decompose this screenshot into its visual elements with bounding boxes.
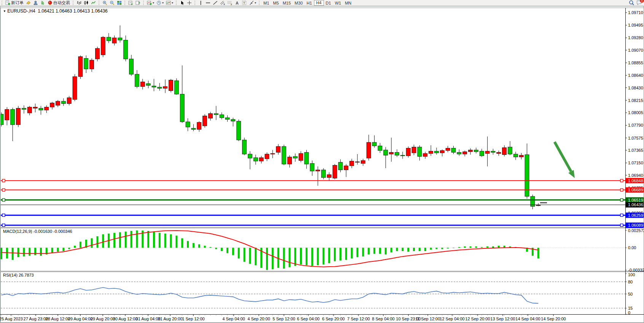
macd-bar xyxy=(306,248,308,265)
macd-bar xyxy=(12,248,14,260)
macd-bar xyxy=(23,248,25,256)
candle xyxy=(197,123,201,130)
zoom-in-button[interactable] xyxy=(101,0,108,6)
toolbar-group-trade: 新订单自动交易 xyxy=(4,0,71,6)
candle xyxy=(310,164,314,171)
timeframe-h4-button[interactable]: H4 xyxy=(314,0,324,6)
macd-bar xyxy=(340,248,341,261)
timeframe-m30-button[interactable]: M30 xyxy=(293,0,304,6)
bar-chart-button[interactable] xyxy=(75,0,83,6)
time-label: 5 Sep 12:00 xyxy=(273,317,295,321)
price-tick-label: 1.07365 xyxy=(628,148,643,153)
symbol-dropdown-icon[interactable]: ▼ xyxy=(3,10,6,13)
macd-bar xyxy=(402,248,403,251)
candle xyxy=(271,153,275,154)
timeframe-mn-button[interactable]: MN xyxy=(343,0,353,6)
candle xyxy=(502,148,507,155)
ohlc-values: 1.06421 1.06463 1.06413 1.06436 xyxy=(38,8,108,14)
timeframe-m15-button[interactable]: M15 xyxy=(281,0,293,6)
time-label: 4 Sep 04:00 xyxy=(222,317,245,321)
hline-handle[interactable] xyxy=(2,224,5,226)
line-chart-button[interactable] xyxy=(90,0,97,6)
hline-handle[interactable] xyxy=(620,224,623,226)
tile-windows-button[interactable] xyxy=(116,0,123,6)
hline-handle[interactable] xyxy=(2,214,5,216)
timeframe-m5-button[interactable]: M5 xyxy=(271,0,281,6)
toolbar-grip-insert xyxy=(143,1,145,5)
candle xyxy=(497,152,501,153)
macd-bar xyxy=(362,248,364,256)
toolbar-group-objects: EFAT▾ xyxy=(197,0,257,6)
zoom-out-button[interactable] xyxy=(108,0,116,6)
timeframe-w1-button[interactable]: W1 xyxy=(333,0,343,6)
autotrade-button[interactable]: 自动交易 xyxy=(46,0,71,6)
indicators-button[interactable]: ▾ xyxy=(146,0,155,6)
indicators-button-dropdown-icon[interactable]: ▾ xyxy=(153,2,154,5)
channel-button[interactable]: E xyxy=(219,0,226,6)
macd-bar xyxy=(334,248,336,261)
templates-button-dropdown-icon[interactable]: ▾ xyxy=(172,2,173,5)
candle xyxy=(259,158,263,161)
periods-button-dropdown-icon[interactable]: ▾ xyxy=(162,2,164,5)
text-button[interactable]: A xyxy=(233,0,241,6)
signals-button[interactable] xyxy=(39,0,46,6)
candle xyxy=(299,153,303,161)
hline-handle[interactable] xyxy=(2,179,5,182)
price-tick-label: 1.09495 xyxy=(628,23,643,27)
crosshair-button[interactable] xyxy=(186,0,193,6)
candle xyxy=(186,122,190,127)
candle xyxy=(451,148,456,153)
candle xyxy=(22,108,26,110)
cursor-button[interactable] xyxy=(179,0,186,6)
hline-handle[interactable] xyxy=(2,199,5,201)
chart-title[interactable]: ▼ EURUSD-,H4 1.06421 1.06463 1.06413 1.0… xyxy=(3,8,108,14)
timeframe-m1-button[interactable]: M1 xyxy=(261,0,271,6)
macd-bar xyxy=(272,248,274,269)
notifications-button[interactable]: 1 xyxy=(636,0,642,6)
candle xyxy=(67,98,71,103)
fibonacci-button[interactable]: F xyxy=(226,0,233,6)
periods-button[interactable]: ▾ xyxy=(155,0,165,6)
timeframe-d1-button[interactable]: D1 xyxy=(324,0,333,6)
macd-bar xyxy=(537,248,539,258)
profile-button[interactable] xyxy=(32,0,39,6)
hline-handle[interactable] xyxy=(620,189,623,191)
textbox-button[interactable]: T xyxy=(241,0,248,6)
time-label: 28 Aug 12:00 xyxy=(46,317,70,321)
macd-bar xyxy=(204,246,206,248)
horizontal-line-button[interactable] xyxy=(204,0,212,6)
candle xyxy=(95,48,99,59)
candle xyxy=(45,107,49,110)
macd-bar xyxy=(198,244,200,248)
macd-bar xyxy=(498,246,500,248)
time-label: 1 Sep 12:00 xyxy=(182,317,204,321)
toolbar: 新订单自动交易▾▾▾EFAT▾M1M5M15M30H1H4D1W1MN1 xyxy=(0,0,644,6)
toolbar-grip-objects xyxy=(194,1,196,5)
auto-scroll-button[interactable] xyxy=(127,0,134,6)
hline-handle[interactable] xyxy=(620,179,623,182)
templates-button[interactable]: ▾ xyxy=(165,0,174,6)
candle xyxy=(158,87,162,88)
trendline-button[interactable] xyxy=(212,0,219,6)
arrows-button-dropdown-icon[interactable]: ▾ xyxy=(255,2,256,5)
styles-button[interactable] xyxy=(25,0,32,6)
candle xyxy=(491,151,495,152)
candle xyxy=(287,157,292,164)
arrows-button[interactable]: ▾ xyxy=(248,0,257,6)
new-order-button[interactable]: 新订单 xyxy=(4,0,25,6)
hline-handle[interactable] xyxy=(620,199,623,201)
timeframe-h1-button[interactable]: H1 xyxy=(304,0,314,6)
price-tick-label: 1.07150 xyxy=(628,161,643,165)
candlestick-button[interactable] xyxy=(83,0,90,6)
macd-bar xyxy=(289,248,290,267)
rsi-axis-label: 100 xyxy=(628,272,635,277)
search-button[interactable] xyxy=(629,0,634,6)
vertical-line-button[interactable] xyxy=(197,0,204,6)
candle xyxy=(265,154,269,159)
chart-shift-button[interactable] xyxy=(134,0,142,6)
line-icon xyxy=(91,0,96,5)
hline-handle[interactable] xyxy=(620,214,623,216)
candle xyxy=(39,108,43,110)
profile-icon xyxy=(33,0,38,5)
hline-handle[interactable] xyxy=(2,189,5,191)
